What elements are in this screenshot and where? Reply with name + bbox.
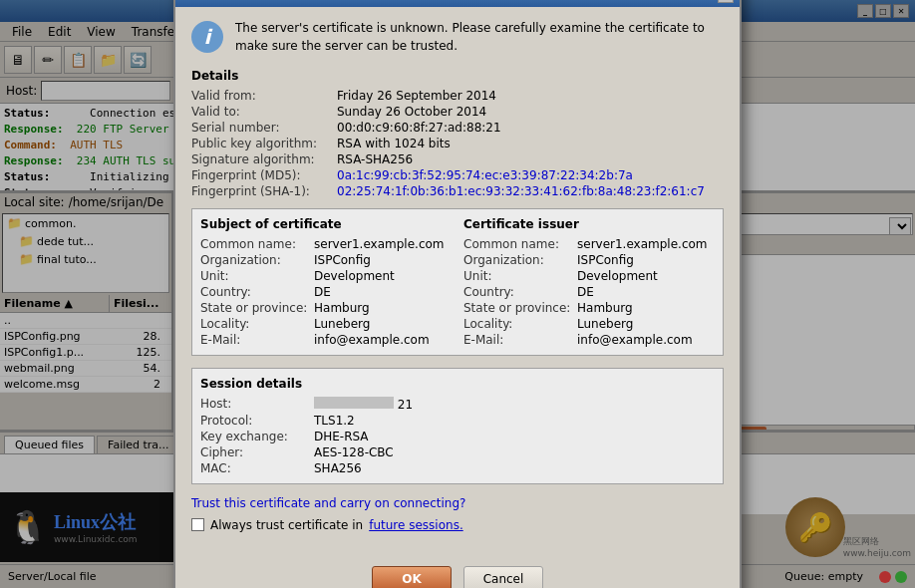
session-section: Session details Host: 21 Protocol: TLS1.… — [191, 368, 724, 484]
iss-country-key: Country: — [463, 285, 573, 299]
fp-md5-key: Fingerprint (MD5): — [191, 168, 331, 182]
fp-sha1-key: Fingerprint (SHA-1): — [191, 184, 331, 198]
info-icon: i — [191, 21, 223, 53]
subj-cn-val: server1.example.com — [314, 237, 452, 251]
valid-to-key: Valid to: — [191, 105, 331, 119]
subj-state-key: State or province: — [200, 301, 310, 315]
iss-locality-key: Locality: — [463, 317, 573, 331]
session-grid: Host: 21 Protocol: TLS1.2 Key exchange: … — [200, 397, 715, 475]
pubkey-val: RSA with 1024 bits — [337, 137, 724, 150]
subj-cn-key: Common name: — [200, 237, 310, 251]
sess-keyex-val: DHE-RSA — [314, 430, 715, 443]
issuer-col: Certificate issuer Common name: server1.… — [463, 217, 715, 347]
sess-cipher-val: AES-128-CBC — [314, 445, 715, 459]
modal-buttons: OK Cancel — [175, 558, 740, 589]
subject-title: Subject of certificate — [200, 217, 452, 231]
sess-mac-val: SHA256 — [314, 461, 715, 475]
iss-unit-val: Development — [577, 269, 715, 283]
serial-key: Serial number: — [191, 121, 331, 135]
modal-body: i The server's certificate is unknown. P… — [175, 7, 740, 558]
sess-host-key: Host: — [200, 397, 310, 412]
subject-grid: Common name: server1.example.com Organiz… — [200, 237, 452, 347]
subj-email-key: E-Mail: — [200, 333, 310, 347]
details-section: Details Valid from: Friday 26 September … — [191, 69, 724, 198]
modal-overlay: Unknown certificate ✕ i The server's cer… — [0, 0, 915, 588]
details-label: Details — [191, 69, 724, 83]
subj-country-key: Country: — [200, 285, 310, 299]
subject-col: Subject of certificate Common name: serv… — [200, 217, 452, 347]
modal-close-button[interactable]: ✕ — [718, 0, 734, 3]
warning-text: The server's certificate is unknown. Ple… — [235, 19, 724, 55]
sess-host-val: 21 — [314, 397, 715, 412]
iss-org-val: ISPConfig — [577, 253, 715, 267]
session-title: Session details — [200, 377, 715, 391]
iss-email-val: info@example.com — [577, 333, 715, 347]
fp-md5-val: 0a:1c:99:cb:3f:52:95:74:ec:e3:39:87:22:3… — [337, 168, 724, 182]
subj-unit-key: Unit: — [200, 269, 310, 283]
subj-org-key: Organization: — [200, 253, 310, 267]
subj-locality-key: Locality: — [200, 317, 310, 331]
always-trust-checkbox[interactable] — [191, 518, 204, 531]
issuer-grid: Common name: server1.example.com Organiz… — [463, 237, 715, 347]
details-grid: Valid from: Friday 26 September 2014 Val… — [191, 89, 724, 198]
cancel-button[interactable]: Cancel — [463, 566, 543, 589]
valid-to-val: Sunday 26 October 2014 — [337, 105, 724, 119]
modal-header: i The server's certificate is unknown. P… — [191, 19, 724, 55]
iss-state-val: Hamburg — [577, 301, 715, 315]
sess-keyex-key: Key exchange: — [200, 430, 310, 443]
subj-state-val: Hamburg — [314, 301, 452, 315]
subj-email-val: info@example.com — [314, 333, 452, 347]
subj-unit-val: Development — [314, 269, 452, 283]
iss-locality-val: Luneberg — [577, 317, 715, 331]
fp-sha1-val: 02:25:74:1f:0b:36:b1:ec:93:32:33:41:62:f… — [337, 184, 724, 198]
subj-org-val: ISPConfig — [314, 253, 452, 267]
iss-state-key: State or province: — [463, 301, 573, 315]
modal-title: Unknown certificate — [181, 0, 306, 2]
serial-val: 00:d0:c9:60:8f:27:ad:88:21 — [337, 121, 724, 135]
checkbox-row: Always trust certificate in future sessi… — [191, 518, 724, 532]
sess-cipher-key: Cipher: — [200, 445, 310, 459]
trust-question: Trust this certificate and carry on conn… — [191, 496, 724, 510]
sigalg-val: RSA-SHA256 — [337, 152, 724, 166]
sess-protocol-val: TLS1.2 — [314, 414, 715, 428]
sess-mac-key: MAC: — [200, 461, 310, 475]
certificate-dialog: Unknown certificate ✕ i The server's cer… — [173, 0, 742, 588]
sigalg-key: Signature algorithm: — [191, 152, 331, 166]
iss-org-key: Organization: — [463, 253, 573, 267]
subj-country-val: DE — [314, 285, 452, 299]
ok-button[interactable]: OK — [372, 566, 452, 589]
host-redacted — [314, 397, 394, 409]
future-sessions-link[interactable]: future sessions. — [369, 518, 463, 532]
issuer-title: Certificate issuer — [463, 217, 715, 231]
valid-from-val: Friday 26 September 2014 — [337, 89, 724, 103]
iss-unit-key: Unit: — [463, 269, 573, 283]
sess-protocol-key: Protocol: — [200, 414, 310, 428]
valid-from-key: Valid from: — [191, 89, 331, 103]
subj-locality-val: Luneberg — [314, 317, 452, 331]
always-trust-label: Always trust certificate in — [210, 518, 363, 532]
cert-columns: Subject of certificate Common name: serv… — [191, 208, 724, 356]
iss-cn-val: server1.example.com — [577, 237, 715, 251]
pubkey-key: Public key algorithm: — [191, 137, 331, 150]
iss-cn-key: Common name: — [463, 237, 573, 251]
iss-country-val: DE — [577, 285, 715, 299]
iss-email-key: E-Mail: — [463, 333, 573, 347]
